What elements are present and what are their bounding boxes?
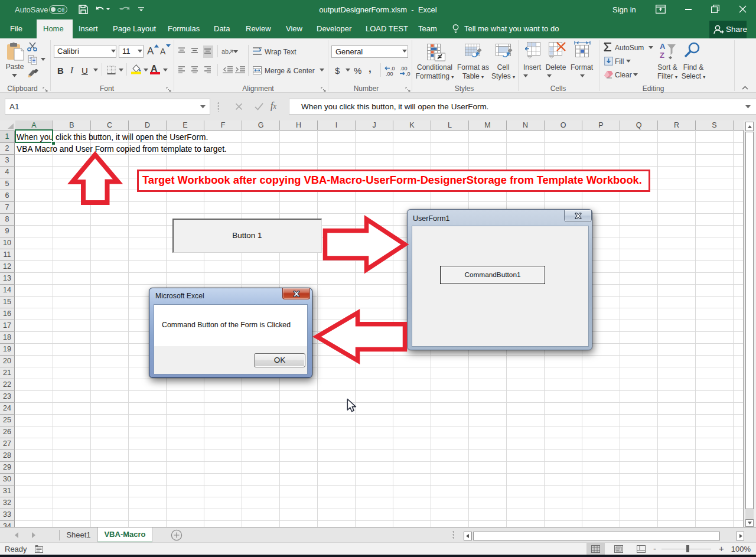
svg-text:ab: ab (221, 48, 229, 55)
svg-text:Z: Z (660, 51, 664, 60)
svg-text:.0: .0 (406, 71, 410, 76)
svg-text:.00: .00 (386, 71, 393, 76)
svg-text:A: A (660, 42, 666, 51)
